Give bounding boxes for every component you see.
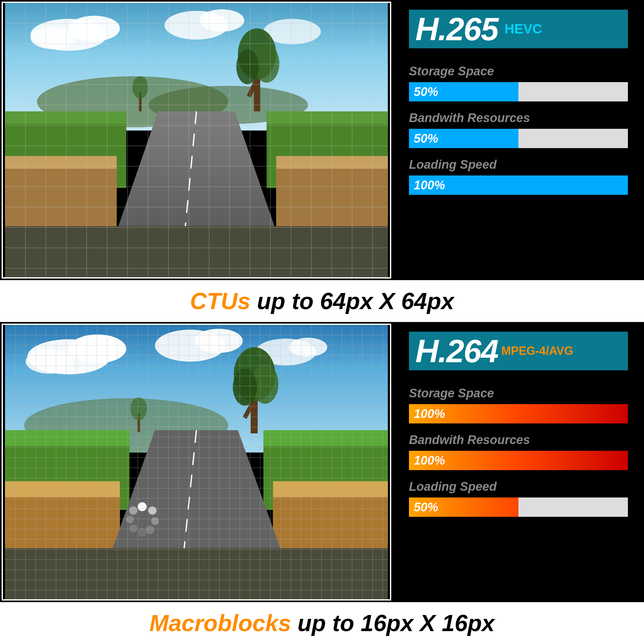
bottom-speed-label: Loading Speed [409,480,628,494]
svg-point-92 [129,524,137,533]
top-speed-value: 100% [414,178,445,192]
top-bandwidth-label: Bandwith Resources [409,111,628,125]
top-section: H.265 HEVC Storage Space 50% Bandwith Re… [0,0,644,280]
top-scene-image [3,3,390,277]
bottom-metric-speed: Loading Speed 50% [409,480,628,517]
top-codec-header: H.265 HEVC [409,10,628,48]
top-speed-bar: 100% [409,175,628,195]
top-storage-fill: 50% [409,82,518,101]
top-storage-bar: 50% [409,82,628,101]
top-storage-label: Storage Space [409,64,628,78]
bottom-caption: Macroblocks up to 16px X 16px [0,602,644,644]
svg-point-94 [129,507,137,515]
svg-rect-14 [5,169,117,232]
top-storage-value: 50% [414,85,438,99]
bottom-storage-fill: 100% [409,404,628,423]
bottom-codec-header: H.264 MPEG-4/AVG [409,332,628,370]
bottom-metric-storage: Storage Space 100% [409,386,628,423]
top-caption-highlight: CTUs [190,288,251,314]
bottom-info-panel: H.264 MPEG-4/AVG Storage Space 100% Band… [393,322,644,602]
top-image-panel [0,0,393,280]
bottom-bandwidth-label: Bandwith Resources [409,433,628,447]
bottom-storage-label: Storage Space [409,386,628,400]
bottom-storage-value: 100% [414,407,445,421]
bottom-scene-image [3,325,390,599]
top-speed-fill: 100% [409,175,628,195]
svg-rect-16 [276,169,388,232]
bottom-speed-bar: 50% [409,497,628,517]
svg-rect-20 [5,226,388,277]
bottom-codec-sub: MPEG-4/AVG [501,344,573,358]
svg-point-61 [69,335,126,363]
bottom-metric-bandwidth: Bandwith Resources 100% [409,433,628,470]
bottom-codec-name: H.264 [415,333,498,370]
svg-point-3 [31,27,75,49]
svg-point-89 [151,517,159,525]
top-caption-suffix: up to 64px X 64px [251,288,454,314]
svg-point-87 [138,502,147,511]
bottom-bandwidth-bar: 100% [409,451,628,470]
top-metric-storage: Storage Space 50% [409,64,628,101]
top-codec-name: H.265 [415,11,498,48]
top-caption: CTUs up to 64px X 64px [0,280,644,322]
svg-point-25 [236,49,259,84]
bottom-caption-suffix: up to 16px X 16px [291,610,495,636]
top-bandwidth-bar: 50% [409,129,628,148]
top-caption-text: CTUs up to 64px X 64px [190,288,454,314]
svg-point-90 [146,526,154,534]
bottom-caption-text: Macroblocks up to 16px X 16px [149,610,495,636]
bottom-speed-value: 50% [414,500,438,514]
top-codec-sub: HEVC [505,21,542,37]
svg-point-2 [69,16,120,41]
svg-rect-79 [5,548,388,599]
bottom-section: H.264 MPEG-4/AVG Storage Space 100% Band… [0,322,644,602]
svg-point-64 [195,329,243,353]
top-speed-label: Loading Speed [409,158,628,172]
svg-point-5 [200,9,244,32]
bottom-caption-highlight: Macroblocks [149,610,291,636]
top-metric-speed: Loading Speed 100% [409,158,628,195]
top-bandwidth-value: 50% [414,132,438,146]
svg-point-88 [148,507,156,515]
top-bandwidth-fill: 50% [409,129,518,148]
bottom-speed-fill: 50% [409,497,518,517]
bottom-image-panel [0,322,393,602]
top-metric-bandwidth: Bandwith Resources 50% [409,111,628,148]
bottom-storage-bar: 100% [409,404,628,423]
top-info-panel: H.265 HEVC Storage Space 50% Bandwith Re… [393,0,644,280]
svg-point-84 [233,369,257,406]
bottom-bandwidth-value: 100% [414,454,445,468]
svg-point-27 [132,76,148,99]
bottom-bandwidth-fill: 100% [409,451,628,470]
